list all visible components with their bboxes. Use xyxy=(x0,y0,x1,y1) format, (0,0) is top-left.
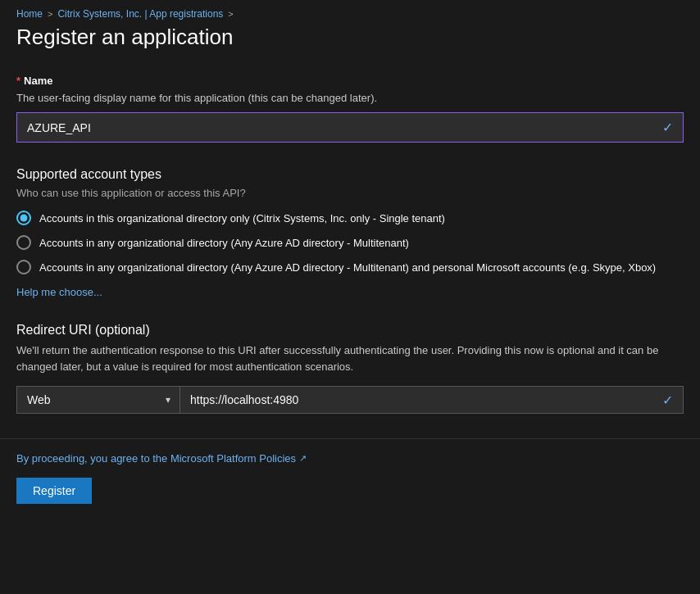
radio-single-tenant-input[interactable] xyxy=(16,211,31,225)
redirect-uri-section: Redirect URI (optional) We'll return the… xyxy=(16,323,684,414)
footer: By proceeding, you agree to the Microsof… xyxy=(0,438,700,517)
policy-link[interactable]: By proceeding, you agree to the Microsof… xyxy=(16,452,684,465)
breadcrumb-sep2: > xyxy=(228,9,233,19)
breadcrumb-sep1: > xyxy=(48,9,52,19)
name-input[interactable] xyxy=(27,121,656,134)
breadcrumb-home[interactable]: Home xyxy=(16,8,43,20)
register-button[interactable]: Register xyxy=(16,478,92,504)
radio-multitenant-label: Accounts in any organizational directory… xyxy=(39,237,409,249)
uri-input-wrapper[interactable]: ✓ xyxy=(180,386,684,414)
account-types-section: Supported account types Who can use this… xyxy=(16,167,684,298)
redirect-uri-inputs: Web SPA Public client/native (mobile & d… xyxy=(16,386,684,414)
platform-select[interactable]: Web SPA Public client/native (mobile & d… xyxy=(16,386,180,414)
account-types-subtitle: Who can use this application or access t… xyxy=(16,187,684,199)
redirect-uri-description: We'll return the authentication response… xyxy=(16,342,684,374)
policy-text: By proceeding, you agree to the Microsof… xyxy=(16,452,296,465)
platform-select-wrapper[interactable]: Web SPA Public client/native (mobile & d… xyxy=(16,386,180,414)
help-me-choose-link[interactable]: Help me choose... xyxy=(16,286,102,298)
name-input-wrapper[interactable]: ✓ xyxy=(16,112,684,143)
radio-multitenant-input[interactable] xyxy=(16,235,31,250)
radio-group: Accounts in this organizational director… xyxy=(16,211,684,274)
name-check-icon: ✓ xyxy=(662,120,673,135)
name-section: * Name The user-facing display name for … xyxy=(16,75,684,143)
radio-multitenant-personal-label: Accounts in any organizational directory… xyxy=(39,261,656,274)
external-link-icon: ↗ xyxy=(299,453,307,464)
redirect-uri-title: Redirect URI (optional) xyxy=(16,323,684,338)
name-description: The user-facing display name for this ap… xyxy=(16,92,684,104)
page-title: Register an application xyxy=(16,25,684,50)
radio-multitenant-personal[interactable]: Accounts in any organizational directory… xyxy=(16,260,684,274)
uri-check-icon: ✓ xyxy=(662,392,673,408)
radio-multitenant[interactable]: Accounts in any organizational directory… xyxy=(16,235,684,250)
radio-single-tenant-label: Accounts in this organizational director… xyxy=(39,212,445,224)
breadcrumb-org[interactable]: Citrix Systems, Inc. | App registrations xyxy=(57,8,223,20)
required-star: * xyxy=(16,75,20,87)
uri-input[interactable] xyxy=(190,393,656,406)
name-label: * Name xyxy=(16,75,684,87)
radio-multitenant-personal-input[interactable] xyxy=(16,260,31,274)
account-types-title: Supported account types xyxy=(16,167,684,182)
breadcrumb: Home > Citrix Systems, Inc. | App regist… xyxy=(0,0,700,25)
radio-single-tenant[interactable]: Accounts in this organizational director… xyxy=(16,211,684,225)
